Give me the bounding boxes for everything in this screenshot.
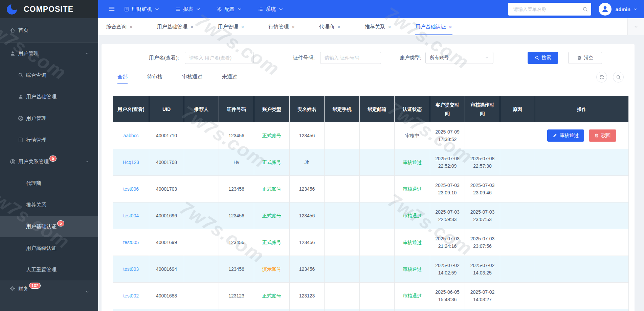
status-tab-2[interactable]: 审核通过 [182,74,202,84]
table-cell: test005 [113,229,149,256]
close-icon[interactable]: × [191,24,194,30]
sidebar-item-11[interactable]: 人工重置管理 [0,259,98,281]
header-menu-1[interactable]: 报表 [175,6,201,13]
user-chevron-down-icon[interactable] [633,7,637,11]
status-tab-1[interactable]: 待审核 [147,74,162,84]
sidebar-item-5[interactable]: 行情管理 [0,129,98,151]
header-menu-label: 系统 [266,6,276,13]
close-icon[interactable]: × [241,24,244,30]
close-icon[interactable]: × [292,24,295,30]
username-link[interactable]: test002 [123,293,139,298]
page-tab-1[interactable]: 用户基础管理× [156,18,195,35]
table-cell: 2025-07-03 23:07:56 [465,229,500,256]
username-link[interactable]: test006 [123,186,139,192]
table-cell: aabbcc [113,122,149,149]
table-cell [535,283,629,309]
table-header-row: 用户名(查看)UID推荐人证件号码账户类型实名姓名绑定手机绑定邮箱认证状态客户提… [113,96,629,122]
page-tab-label: 推荐关系 [365,24,385,30]
gear-icon [217,6,222,12]
page-tab-3[interactable]: 行情管理× [267,18,296,35]
person-circle-icon [18,116,23,121]
sidebar-item-7[interactable]: 代理商 [0,172,98,194]
table-cell [500,122,535,149]
collapse-menu-icon[interactable] [108,5,115,13]
sidebar-item-label: 综合查询 [26,72,46,78]
reject-button[interactable]: 驳回 [589,129,616,142]
chevron-up-icon [85,160,89,164]
refresh-button[interactable] [596,72,607,82]
idnumber-filter-input[interactable] [320,52,381,64]
sidebar-item-6[interactable]: 用户关系管理5 [0,151,98,172]
user-avatar[interactable] [599,3,612,16]
column-header: 原因 [500,96,535,122]
table-cell [500,229,535,256]
sidebar-item-12[interactable]: 财务137 [0,281,98,311]
chevron-down-icon [154,6,160,12]
tabs-more-chevron-icon[interactable] [627,18,644,35]
header-menu-0[interactable]: 理财矿机 [124,6,160,13]
username-filter-input[interactable] [185,52,254,64]
sidebar-item-1[interactable]: 用户管理 [0,43,98,64]
sidebar-item-10[interactable]: 用户高级认证 [0,237,98,259]
chevron-up-icon [85,159,89,164]
sidebar-item-3[interactable]: 用户基础管理 [0,86,98,107]
close-icon[interactable]: × [449,24,452,30]
search-icon[interactable] [582,6,588,12]
close-icon[interactable]: × [337,24,340,30]
header-menu-2[interactable]: 配置 [217,6,242,13]
username-link[interactable]: aabbcc [123,133,138,138]
username-link[interactable]: Hcq123 [123,160,139,165]
page-tab-2[interactable]: 用户管理× [217,18,246,35]
table-cell: 2025-06-05 15:48:36 [430,283,465,309]
table-cell: Jh [290,149,325,176]
column-header: 绑定手机 [325,96,360,122]
status-tab-3[interactable]: 未通过 [222,74,237,84]
status-tab-0[interactable]: 全部 [117,74,128,84]
username-link[interactable]: test004 [123,213,139,218]
table-cell: 2025-07-08 22:52:09 [430,149,465,176]
clear-button[interactable]: 清空 [568,52,602,64]
username-link[interactable]: test005 [123,240,139,245]
table-cell: 123456 [219,122,254,149]
menu-search-input[interactable] [513,6,582,12]
sidebar-item-label: 人工重置管理 [26,267,57,273]
sidebar-item-0[interactable]: 首页 [0,18,98,43]
sidebar-item-4[interactable]: 用户管理 [0,107,98,129]
table-cell: 123456 [290,229,325,256]
table-cell: test006 [113,176,149,202]
username-label[interactable]: admin [616,6,630,12]
sidebar-item-9[interactable]: 用户基础认证5 [0,216,98,237]
account-type-select[interactable]: 所有账号 [425,52,493,64]
table-cell: 123123 [290,283,325,309]
status-text: 审核通过 [403,240,422,245]
table-cell: 40001696 [149,202,184,229]
table-cell [360,256,395,283]
table-cell [500,256,535,283]
chevron-down-icon [85,290,89,294]
table-cell [325,229,360,256]
page-tab-4[interactable]: 代理商× [318,18,342,35]
table-cell [360,283,395,309]
table-cell: 演示账号 [254,256,290,283]
table-search-button[interactable] [613,72,624,82]
page-tab-6[interactable]: 用户基础认证× [414,18,453,35]
approve-button[interactable]: 审核通过 [547,129,584,142]
status-tabs: 全部待审核审核通过未通过 [117,74,237,84]
search-button[interactable]: 搜索 [528,52,558,64]
status-text: 审核通过 [403,266,422,272]
sidebar-item-8[interactable]: 推荐关系 [0,194,98,216]
page-tab-0[interactable]: 综合查询× [105,18,134,35]
chevron-down-icon [196,6,201,12]
header-menu-3[interactable]: 系统 [258,6,284,13]
menu-search-box[interactable] [508,3,591,16]
page-tab-5[interactable]: 推荐关系× [363,18,393,35]
sidebar-item-label: 用户管理 [26,115,46,122]
column-header: 审核操作时间 [465,96,500,122]
sidebar-item-2[interactable]: 综合查询 [0,64,98,86]
account-type-tag: 正式账号 [262,160,281,165]
column-header: 账户类型 [254,96,290,122]
username-link[interactable]: test003 [123,266,139,272]
table-cell: 正式账号 [254,149,290,176]
close-icon[interactable]: × [388,24,391,30]
close-icon[interactable]: × [130,24,133,30]
